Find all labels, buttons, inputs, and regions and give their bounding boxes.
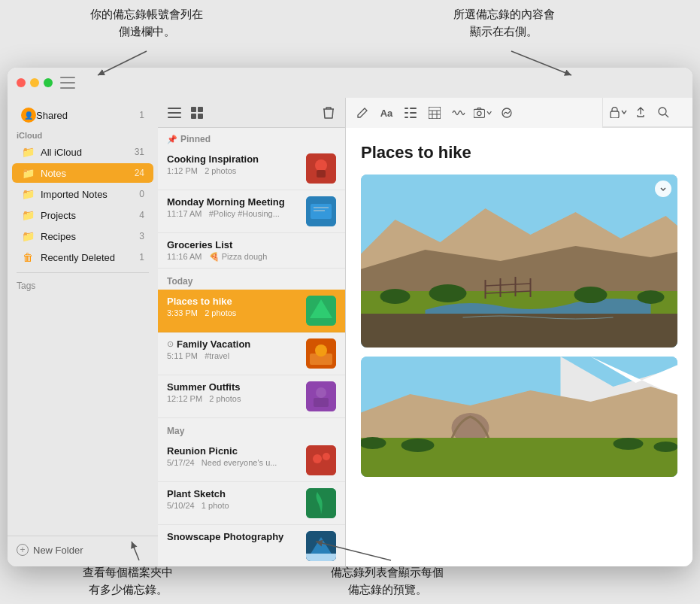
note-meta-hike: 3:33 PM 2 photos [167, 308, 300, 317]
svg-point-56 [380, 289, 411, 304]
share-icon[interactable] [632, 103, 650, 121]
svg-rect-34 [410, 117, 417, 118]
sidebar-label-notes: Notes [41, 168, 135, 179]
note-title-plant: Plant Sketch [167, 488, 300, 499]
image-icon[interactable] [474, 104, 492, 122]
edit-icon[interactable] [353, 104, 371, 122]
note-text-vacation: ⊙ Family Vacation 5:11 PM #travel [167, 338, 300, 360]
svg-point-68 [402, 439, 435, 452]
svg-rect-9 [317, 170, 326, 178]
note-detail-toolbar: Aa [346, 98, 602, 128]
svg-point-70 [654, 442, 678, 452]
sidebar-item-notes[interactable]: 📁 Notes 24 [12, 163, 153, 183]
svg-point-41 [477, 111, 482, 116]
svg-rect-1 [168, 112, 181, 114]
note-item-outfits[interactable]: Summer Outfits 12:12 PM 2 photos [158, 375, 345, 418]
svg-point-8 [315, 159, 327, 171]
sidebar-item-projects[interactable]: 📁 Projects 4 [12, 205, 153, 225]
list-view-icon[interactable] [167, 105, 182, 120]
tags-section-label: Tags [8, 278, 158, 294]
note-thumb-cooking [306, 153, 336, 184]
sidebar-label-imported: Imported Notes [41, 189, 139, 200]
note-item-vacation[interactable]: ⊙ Family Vacation 5:11 PM #travel [158, 332, 345, 375]
sidebar-item-shared[interactable]: 👤 Shared 1 [12, 105, 153, 126]
minimize-button[interactable] [30, 78, 39, 87]
svg-rect-2 [168, 117, 181, 118]
note-item-picnic[interactable]: Reunion Picnic 5/17/24 Need everyone's u… [158, 439, 345, 482]
delete-icon[interactable] [321, 105, 336, 120]
annotation-bottom-left: 查看每個檔案夾中 有多少備忘錄。 [45, 564, 211, 598]
svg-rect-60 [361, 314, 677, 348]
today-section-label: Today [158, 269, 345, 290]
audio-icon[interactable] [450, 104, 468, 122]
note-meta-cooking: 1:12 PM 2 photos [167, 166, 300, 175]
note-title-vacation: Family Vacation [177, 338, 250, 350]
note-meta-groceries: 11:16 AM 🍕 Pizza dough [167, 252, 336, 262]
pinned-label-text: Pinned [180, 134, 211, 144]
annotation-top-right: 所選備忘錄的內容會 顯示在右側。 [421, 6, 586, 40]
svg-point-69 [614, 438, 644, 450]
svg-rect-6 [198, 114, 203, 119]
note-item-monday[interactable]: Monday Morning Meeting 11:17 AM #Policy … [158, 190, 345, 233]
collapse-image-button[interactable] [655, 181, 671, 197]
sidebar-item-imported-notes[interactable]: 📁 Imported Notes 0 [12, 184, 153, 204]
svg-rect-0 [168, 108, 181, 109]
svg-rect-21 [314, 398, 329, 407]
sidebar-count-recently-deleted: 1 [139, 252, 144, 263]
close-button[interactable] [17, 78, 26, 87]
folder-icon-projects: 📁 [21, 208, 35, 222]
note-thumb-outfits [306, 381, 336, 411]
notes-list-panel: 📌 Pinned Cooking Inspiration 1:12 PM 2 p… [158, 98, 346, 566]
note-meta-plant: 5/10/24 1 photo [167, 501, 300, 510]
sidebar-item-all-icloud[interactable]: 📁 All iCloud 31 [12, 142, 153, 162]
folder-icon-notes: 📁 [21, 166, 35, 180]
search-icon[interactable] [654, 103, 672, 121]
note-text-picnic: Reunion Picnic 5/17/24 Need everyone's u… [167, 445, 300, 467]
font-icon[interactable]: Aa [377, 104, 395, 122]
checklist-icon[interactable] [402, 104, 420, 122]
note-item-snowscape[interactable]: Snowscape Photography [158, 525, 345, 566]
svg-rect-35 [429, 107, 441, 119]
note-item-cooking[interactable]: Cooking Inspiration 1:12 PM 2 photos [158, 147, 345, 190]
note-item-plant[interactable]: Plant Sketch 5/10/24 1 photo [158, 482, 345, 525]
folder-icon-recipes: 📁 [21, 229, 35, 243]
sidebar-label-shared: Shared [36, 110, 139, 121]
svg-rect-30 [410, 108, 417, 109]
note-image-1 [361, 175, 677, 348]
note-title-outfits: Summer Outfits [167, 381, 300, 393]
svg-point-59 [638, 290, 665, 304]
note-item-hike[interactable]: Places to hike 3:33 PM 2 photos [158, 290, 345, 332]
sidebar-item-recently-deleted[interactable]: 🗑 Recently Deleted 1 [12, 247, 153, 267]
annotation-top-left: 你的備忘錄帳號會列在 側邊欄中。 [71, 6, 222, 40]
sidebar-label-all-icloud: All iCloud [41, 147, 135, 158]
note-title-groceries: Groceries List [167, 239, 336, 250]
note-actions-area [602, 98, 692, 127]
grid-view-icon[interactable] [189, 105, 205, 120]
plus-icon: + [17, 544, 29, 556]
note-item-groceries[interactable]: Groceries List 11:16 AM 🍕 Pizza dough [158, 233, 345, 269]
note-title-hike: Places to hike [167, 296, 300, 307]
note-meta-monday: 11:17 AM #Policy #Housing... [167, 209, 300, 218]
main-content: 👤 Shared 1 iCloud 📁 All iCloud 31 📁 Note… [8, 98, 692, 566]
tag-icon[interactable] [498, 104, 516, 122]
svg-point-24 [323, 453, 330, 460]
sidebar-label-recipes: Recipes [41, 231, 139, 242]
table-icon[interactable] [426, 104, 444, 122]
svg-rect-32 [410, 112, 417, 114]
sidebar-toggle[interactable] [60, 77, 75, 89]
new-folder-button[interactable]: + New Folder [8, 539, 158, 560]
sidebar-count-notes: 24 [135, 168, 144, 178]
note-title-snowscape: Snowscape Photography [167, 531, 300, 542]
note-detail-title: Places to hike [361, 143, 677, 162]
lock-icon[interactable] [609, 103, 627, 121]
notes-list-content: 📌 Pinned Cooking Inspiration 1:12 PM 2 p… [158, 128, 345, 566]
svg-point-44 [659, 108, 666, 115]
sidebar-item-recipes[interactable]: 📁 Recipes 3 [12, 226, 153, 246]
svg-point-23 [313, 454, 322, 463]
sidebar-count-recipes: 3 [139, 231, 144, 241]
note-text-outfits: Summer Outfits 12:12 PM 2 photos [167, 381, 300, 403]
maximize-button[interactable] [44, 78, 53, 87]
folder-icon: 📁 [21, 145, 35, 159]
note-thumb-vacation [306, 338, 336, 369]
note-image-2 [361, 357, 677, 477]
